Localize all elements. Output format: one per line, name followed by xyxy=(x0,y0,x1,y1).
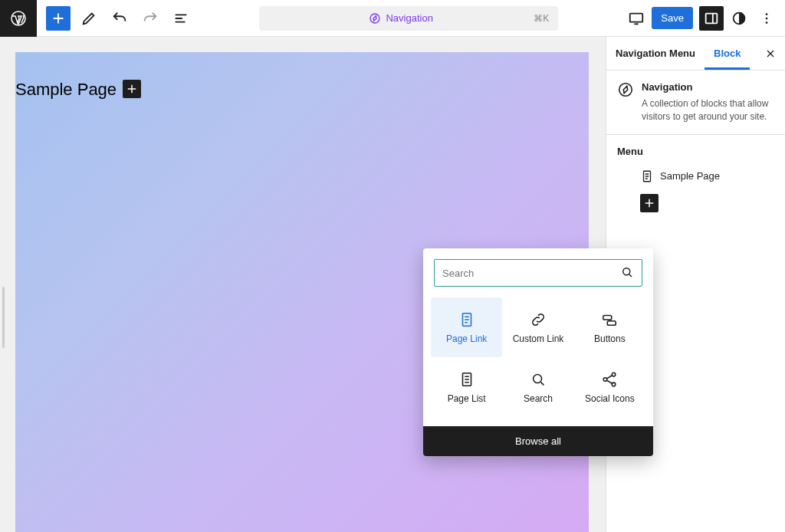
view-button[interactable] xyxy=(624,6,649,31)
svg-point-16 xyxy=(613,383,616,386)
pencil-icon xyxy=(80,10,97,27)
undo-icon xyxy=(111,10,128,27)
list-view-button[interactable] xyxy=(169,6,193,31)
document-title: Navigation xyxy=(386,12,432,24)
main-area: Sample Page Page Link xyxy=(0,37,785,532)
block-custom-link[interactable]: Custom Link xyxy=(502,297,573,357)
block-page-link[interactable]: Page Link xyxy=(431,297,502,357)
share-icon xyxy=(600,370,619,389)
svg-point-17 xyxy=(619,84,632,97)
tools-button[interactable] xyxy=(77,6,101,31)
nav-link-sample-page[interactable]: Sample Page xyxy=(15,80,117,100)
block-search[interactable]: Search xyxy=(502,357,573,417)
block-label: Custom Link xyxy=(513,333,564,344)
plus-icon xyxy=(125,82,139,96)
inserter-search-field[interactable] xyxy=(434,259,642,287)
svg-rect-2 xyxy=(630,13,643,21)
plus-icon xyxy=(50,10,67,27)
svg-point-13 xyxy=(534,375,542,383)
menu-item-sample-page[interactable]: Sample Page xyxy=(617,165,774,188)
navigation-icon xyxy=(369,12,381,25)
topbar-right: Save xyxy=(624,6,785,31)
svg-point-15 xyxy=(604,378,608,382)
block-buttons[interactable]: Buttons xyxy=(574,297,645,357)
buttons-icon xyxy=(600,310,619,329)
wp-logo-button[interactable] xyxy=(0,0,37,37)
tab-template[interactable]: Navigation Menu xyxy=(606,37,705,70)
svg-rect-10 xyxy=(603,316,612,320)
menu-item-label: Sample Page xyxy=(660,170,720,182)
menu-heading: Menu xyxy=(617,146,774,157)
desktop-icon xyxy=(628,10,645,27)
block-label: Page Link xyxy=(446,333,487,344)
wordpress-icon xyxy=(9,9,28,28)
menu-add-button[interactable] xyxy=(640,194,659,212)
browse-all-button[interactable]: Browse all xyxy=(423,426,653,456)
block-label: Search xyxy=(524,393,553,404)
sidebar-block-header: Navigation A collection of blocks that a… xyxy=(606,71,785,135)
inserter-grid: Page Link Custom Link Buttons Page List … xyxy=(423,297,653,426)
svg-point-6 xyxy=(766,17,768,19)
block-label: Buttons xyxy=(594,333,626,344)
block-page-list[interactable]: Page List xyxy=(431,357,502,417)
document-bar-wrap: Navigation ⌘K xyxy=(193,6,624,31)
page-list-icon xyxy=(458,370,476,389)
save-button[interactable]: Save xyxy=(652,7,693,29)
search-icon xyxy=(529,370,547,389)
document-bar[interactable]: Navigation ⌘K xyxy=(259,6,558,31)
svg-point-7 xyxy=(766,21,768,24)
search-icon xyxy=(620,265,634,281)
page-icon xyxy=(640,169,654,183)
redo-icon xyxy=(142,10,159,27)
sidebar-close-button[interactable] xyxy=(756,48,785,60)
svg-point-8 xyxy=(623,268,630,274)
editor-topbar: Navigation ⌘K Save xyxy=(0,0,785,37)
more-vertical-icon xyxy=(758,10,775,27)
search-input[interactable] xyxy=(442,268,620,279)
block-description: A collection of blocks that allow visito… xyxy=(642,97,774,123)
block-title: Navigation xyxy=(642,81,774,93)
styles-button[interactable] xyxy=(727,6,751,31)
link-icon xyxy=(529,310,547,329)
canvas-wrap: Sample Page Page Link xyxy=(0,37,606,532)
redo-button[interactable] xyxy=(138,6,163,31)
block-appender[interactable] xyxy=(123,80,141,98)
sidebar-menu-section: Menu Sample Page xyxy=(606,135,785,223)
quick-inserter-popover: Page Link Custom Link Buttons Page List … xyxy=(423,248,653,456)
plus-icon xyxy=(642,196,656,210)
page-icon xyxy=(458,310,476,329)
svg-point-5 xyxy=(766,13,768,15)
undo-button[interactable] xyxy=(107,6,132,31)
navigation-icon xyxy=(617,81,634,98)
scrollbar[interactable] xyxy=(2,287,5,348)
inserter-search-wrap xyxy=(423,248,653,297)
svg-rect-3 xyxy=(706,13,718,23)
close-icon xyxy=(764,48,777,60)
tab-block[interactable]: Block xyxy=(705,37,750,70)
settings-panel-toggle[interactable] xyxy=(699,6,724,31)
block-social-icons[interactable]: Social Icons xyxy=(574,357,645,417)
styles-icon xyxy=(731,10,747,27)
svg-point-1 xyxy=(370,14,379,23)
block-label: Social Icons xyxy=(585,393,635,404)
svg-rect-11 xyxy=(608,321,616,326)
sidebar-icon xyxy=(703,10,720,27)
sidebar-tabs: Navigation Menu Block xyxy=(606,37,785,71)
block-label: Page List xyxy=(448,393,486,404)
command-shortcut: ⌘K xyxy=(534,13,549,24)
svg-point-14 xyxy=(613,373,616,376)
options-button[interactable] xyxy=(754,6,779,31)
block-inserter-button[interactable] xyxy=(46,6,71,31)
list-view-icon xyxy=(172,10,189,27)
